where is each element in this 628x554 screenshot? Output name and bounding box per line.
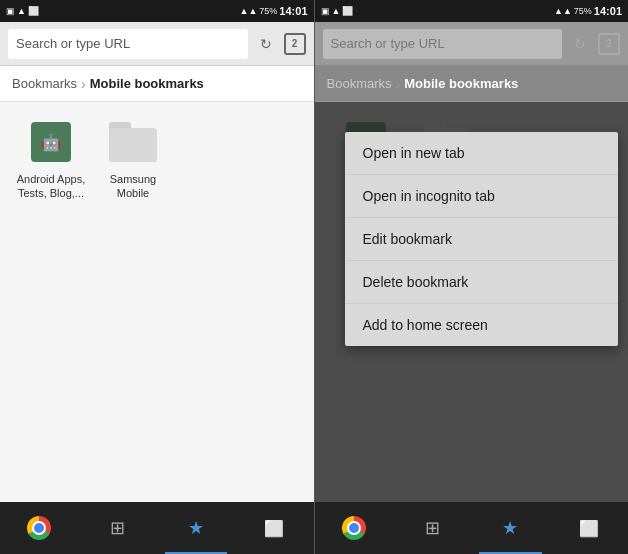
battery-pct-left: 75% (259, 6, 277, 16)
nav-star-left[interactable]: ★ (157, 502, 235, 554)
nav-chrome-left[interactable] (0, 502, 78, 554)
bookmark-android-apps[interactable]: 🤖 Android Apps, Tests, Blog,... (16, 118, 86, 201)
bookmark-nav-icon-right: ⬜ (579, 519, 599, 538)
chrome-logo-left (27, 516, 51, 540)
bottom-nav-left: ⊞ ★ ⬜ (0, 502, 314, 554)
bottom-nav-right: ⊞ ★ ⬜ (315, 502, 629, 554)
nav-bookmark-left[interactable]: ⬜ (235, 502, 313, 554)
samsung-folder-icon (109, 118, 157, 166)
nav-star-right[interactable]: ★ (471, 502, 549, 554)
folder-shape (109, 122, 157, 162)
network-icon-right: ▲▲ (554, 6, 572, 16)
left-status-right: ▲▲ 75% 14:01 (240, 5, 308, 17)
chrome-logo-right (342, 516, 366, 540)
star-icon-left: ★ (188, 517, 204, 539)
menu-edit-bookmark[interactable]: Edit bookmark (345, 218, 619, 261)
nav-grid-right[interactable]: ⊞ (393, 502, 471, 554)
breadcrumb-sep-left: › (81, 76, 86, 92)
address-bar-left: Search or type URL ↻ 2 (0, 22, 314, 66)
refresh-btn-left[interactable]: ↻ (254, 32, 278, 56)
android-apps-icon: 🤖 (27, 118, 75, 166)
menu-add-home-screen[interactable]: Add to home screen (345, 304, 619, 346)
signal-icon: ▣ (6, 6, 15, 16)
nav-chrome-right[interactable] (315, 502, 393, 554)
right-status-icons: ▣ ▲ ⬜ (321, 6, 354, 16)
android-apps-label: Android Apps, Tests, Blog,... (16, 172, 86, 201)
url-placeholder-left: Search or type URL (16, 36, 130, 51)
nav-grid-left[interactable]: ⊞ (78, 502, 156, 554)
right-panel: ▣ ▲ ⬜ ▲▲ 75% 14:01 Search or type URL ↻ … (315, 0, 629, 554)
status-bar-left: ▣ ▲ ⬜ ▲▲ 75% 14:01 (0, 0, 314, 22)
url-input-left[interactable]: Search or type URL (8, 29, 248, 59)
bookmarks-grid-right: 🤖 Open in new tab Open in incognito tab … (315, 102, 629, 502)
url-placeholder-right: Search or type URL (331, 36, 445, 51)
context-menu: Open in new tab Open in incognito tab Ed… (345, 132, 619, 346)
breadcrumb-current-left: Mobile bookmarks (90, 76, 204, 91)
refresh-btn-right[interactable]: ↻ (568, 32, 592, 56)
menu-open-new-tab[interactable]: Open in new tab (345, 132, 619, 175)
star-icon-right: ★ (502, 517, 518, 539)
right-status-right: ▲▲ 75% 14:01 (554, 5, 622, 17)
android-icon-shape: 🤖 (31, 122, 71, 162)
wifi-icon-right: ▲ (332, 6, 341, 16)
left-panel: ▣ ▲ ⬜ ▲▲ 75% 14:01 Search or type URL ↻ … (0, 0, 314, 554)
time-right: 14:01 (594, 5, 622, 17)
nav-bookmark-right[interactable]: ⬜ (550, 502, 628, 554)
address-bar-right: Search or type URL ↻ 2 (315, 22, 629, 66)
battery-icon: ⬜ (28, 6, 39, 16)
refresh-icon-right: ↻ (574, 36, 586, 52)
breadcrumb-right: Bookmarks › Mobile bookmarks (315, 66, 629, 102)
bookmark-nav-icon-left: ⬜ (264, 519, 284, 538)
signal-icon-right: ▣ (321, 6, 330, 16)
bookmarks-grid-left: 🤖 Android Apps, Tests, Blog,... Samsung … (0, 102, 314, 502)
battery-icon-right: ⬜ (342, 6, 353, 16)
breadcrumb-link-left[interactable]: Bookmarks (12, 76, 77, 91)
wifi-icon: ▲ (17, 6, 26, 16)
breadcrumb-link-right[interactable]: Bookmarks (327, 76, 392, 91)
menu-delete-bookmark[interactable]: Delete bookmark (345, 261, 619, 304)
left-status-icons: ▣ ▲ ⬜ (6, 6, 39, 16)
url-input-right[interactable]: Search or type URL (323, 29, 563, 59)
breadcrumb-sep-right: › (396, 76, 401, 92)
breadcrumb-current-right: Mobile bookmarks (404, 76, 518, 91)
time-left: 14:01 (279, 5, 307, 17)
samsung-label: Samsung Mobile (98, 172, 168, 201)
grid-icon-left: ⊞ (110, 517, 125, 539)
battery-pct-right: 75% (574, 6, 592, 16)
status-bar-right: ▣ ▲ ⬜ ▲▲ 75% 14:01 (315, 0, 629, 22)
grid-icon-right: ⊞ (425, 517, 440, 539)
menu-open-incognito[interactable]: Open in incognito tab (345, 175, 619, 218)
breadcrumb-left: Bookmarks › Mobile bookmarks (0, 66, 314, 102)
tab-count-left[interactable]: 2 (284, 33, 306, 55)
folder-body (109, 128, 157, 162)
refresh-icon-left: ↻ (260, 36, 272, 52)
bookmark-samsung[interactable]: Samsung Mobile (98, 118, 168, 201)
tab-count-right[interactable]: 2 (598, 33, 620, 55)
network-icon: ▲▲ (240, 6, 258, 16)
